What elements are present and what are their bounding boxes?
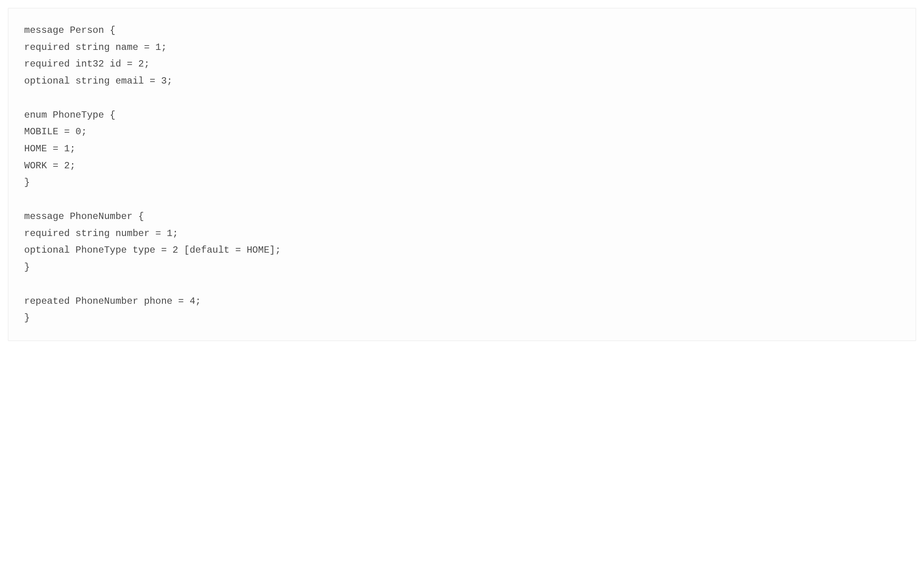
code-line: HOME = 1; [24,141,900,158]
code-line: } [24,259,900,276]
code-line: required string name = 1; [24,39,900,56]
code-block: message Person { required string name = … [8,8,916,341]
code-line: MOBILE = 0; [24,124,900,141]
code-line: optional PhoneType type = 2 [default = H… [24,242,900,259]
code-line: } [24,174,900,191]
code-line: required int32 id = 2; [24,56,900,73]
code-line: message Person { [24,22,900,39]
code-line: enum PhoneType { [24,107,900,124]
code-line: WORK = 2; [24,158,900,175]
code-line: optional string email = 3; [24,73,900,90]
code-line: required string number = 1; [24,225,900,242]
code-line: message PhoneNumber { [24,208,900,225]
code-line: } [24,310,900,327]
code-line-blank [24,90,900,107]
code-line-blank [24,191,900,208]
code-line: repeated PhoneNumber phone = 4; [24,293,900,310]
code-line-blank [24,276,900,293]
